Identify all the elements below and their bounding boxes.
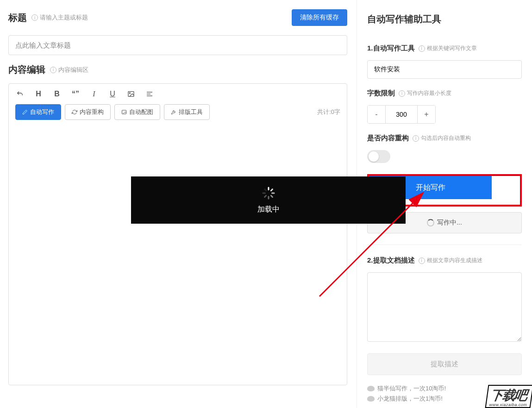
restructure-toggle[interactable]	[367, 150, 390, 163]
cat-icon	[367, 396, 375, 402]
info-icon: i	[419, 257, 425, 264]
tool-icon	[171, 109, 176, 115]
cat-icon	[367, 386, 375, 391]
title-label: 标题	[8, 12, 27, 24]
info-icon: i	[399, 90, 405, 97]
bold-icon[interactable]: B	[52, 89, 62, 99]
clear-cache-button[interactable]: 清除所有缓存	[292, 9, 347, 26]
watermark: 下载吧 www.xiazaiba.com	[487, 385, 532, 408]
svg-rect-7	[270, 188, 273, 191]
description-textarea[interactable]	[367, 272, 522, 342]
auto-write-button[interactable]: 自动写作	[15, 104, 61, 120]
article-title-input[interactable]	[8, 35, 347, 55]
info-icon: i	[31, 14, 38, 21]
extract-description-button[interactable]: 提取描述	[367, 353, 522, 375]
info-icon: i	[50, 67, 56, 73]
increment-button[interactable]: +	[418, 106, 435, 123]
title-hint: i 请输入主题或标题	[31, 13, 88, 22]
svg-rect-6	[268, 187, 269, 190]
word-limit-value[interactable]	[385, 106, 418, 123]
svg-rect-11	[263, 195, 267, 198]
word-limit-stepper: - +	[367, 105, 436, 124]
editor-toolbar: H B “” I U	[15, 89, 340, 99]
keyword-input[interactable]	[367, 60, 522, 79]
loading-text: 加载中	[257, 205, 280, 214]
word-count: 共计:0字	[317, 108, 340, 116]
svg-rect-9	[270, 195, 273, 198]
info-icon: i	[419, 45, 425, 52]
section-extract-desc: 2.提取文档描述 i根据文章内容生成描述	[367, 256, 522, 265]
svg-rect-13	[263, 188, 267, 191]
italic-icon[interactable]: I	[89, 89, 99, 99]
section-auto-write: 1.自动写作工具 i根据关键词写作文章	[367, 44, 522, 53]
svg-rect-12	[262, 192, 266, 194]
divider	[367, 245, 522, 245]
loading-overlay: 加载中	[131, 176, 406, 224]
editor-container: H B “” I U 自动写作 内容重构	[8, 83, 347, 385]
undo-icon[interactable]	[15, 89, 25, 99]
editor-body[interactable]	[15, 120, 340, 379]
underline-icon[interactable]: U	[108, 89, 117, 99]
svg-rect-10	[268, 196, 269, 200]
section-word-limit: 字数限制 i写作内容最小长度	[367, 89, 522, 98]
svg-rect-8	[271, 192, 275, 194]
section-restructure: 是否内容重构 i勾选后内容自动重构	[367, 134, 522, 143]
layout-tool-button[interactable]: 排版工具	[164, 104, 210, 120]
auto-image-button[interactable]: 自动配图	[114, 104, 160, 120]
loading-spinner-icon	[427, 219, 434, 226]
content-edit-label: 内容编辑	[8, 63, 45, 76]
align-icon[interactable]	[145, 89, 154, 99]
content-edit-hint: i 内容编辑区	[50, 66, 88, 74]
sidebar-title: 自动写作辅助工具	[367, 13, 522, 25]
content-restructure-button[interactable]: 内容重构	[65, 104, 111, 120]
image-icon[interactable]	[126, 89, 136, 99]
heading-icon[interactable]: H	[34, 89, 43, 99]
svg-point-1	[129, 93, 130, 94]
decrement-button[interactable]: -	[368, 106, 385, 123]
pencil-icon	[22, 109, 28, 115]
refresh-icon	[72, 109, 77, 115]
loading-spinner-icon	[262, 186, 275, 200]
info-icon: i	[413, 135, 419, 142]
image-small-icon	[121, 109, 127, 115]
quote-icon[interactable]: “”	[71, 89, 80, 99]
